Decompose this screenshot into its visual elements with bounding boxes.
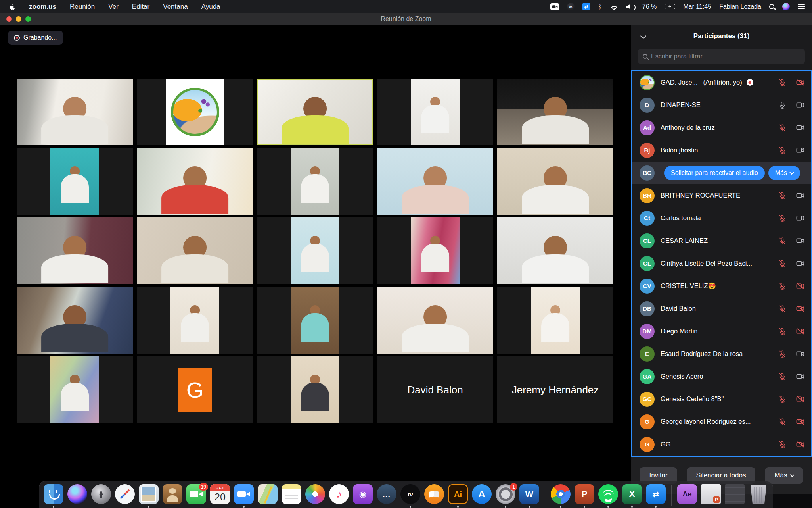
dock-item-illustrator[interactable]: Ai <box>448 484 468 508</box>
search-input[interactable] <box>651 53 800 60</box>
dock-item-photos[interactable] <box>305 484 326 508</box>
video-tile-22[interactable]: G <box>137 356 253 423</box>
participants-search[interactable] <box>638 49 805 64</box>
video-tile-3[interactable] <box>257 79 373 145</box>
participant-row[interactable]: GGeorge layonel Rodriguez es... <box>632 410 811 433</box>
dock-item-min-window-doc[interactable] <box>724 484 745 508</box>
dock-item-trash[interactable] <box>748 484 769 508</box>
request-unmute-button[interactable]: Solicitar para reactivar el audio <box>664 166 765 180</box>
wifi-icon[interactable] <box>610 4 619 10</box>
dock-item-maps[interactable] <box>257 484 278 508</box>
video-tile-1[interactable] <box>17 79 133 145</box>
video-tile-24[interactable]: David Balon <box>377 356 493 423</box>
footer-more-button[interactable]: Más <box>765 467 803 484</box>
participant-row[interactable]: GAD. Jose...(Anfitrión, yo) <box>632 71 811 94</box>
video-tile-17[interactable] <box>137 287 253 354</box>
camera-on-icon <box>796 259 805 268</box>
menubar-username[interactable]: Fabian Lozada <box>719 3 761 10</box>
dock-item-spotify[interactable] <box>598 484 619 508</box>
menu-editar[interactable]: Editar <box>132 3 149 11</box>
menu-ver[interactable]: Ver <box>108 3 119 11</box>
participant-row[interactable]: DMDiego Martin <box>632 320 811 343</box>
participant-row[interactable]: GGG <box>632 433 811 456</box>
video-tile-14[interactable] <box>377 217 493 284</box>
notification-center-icon[interactable] <box>798 4 805 10</box>
video-tile-13[interactable] <box>257 217 373 284</box>
dock-item-calendar[interactable]: OCT20 <box>210 484 230 508</box>
volume-icon[interactable] <box>626 4 634 10</box>
video-tile-15[interactable] <box>497 217 613 284</box>
video-tile-12[interactable] <box>137 217 253 284</box>
dock-item-zoom-app[interactable] <box>234 484 254 508</box>
dock-item-books[interactable] <box>424 484 444 508</box>
dock-item-ae-folder[interactable]: Ae <box>677 484 697 508</box>
participant-row[interactable]: GAGenesis Acero <box>632 365 811 388</box>
footer-more-label: Más <box>774 471 787 479</box>
dock-item-launchpad[interactable] <box>91 484 111 508</box>
video-tile-16[interactable] <box>17 287 133 354</box>
dock-item-facetime[interactable]: 19 <box>186 484 207 508</box>
participant-row[interactable]: BCSolicitar para reactivar el audioMás <box>632 162 811 184</box>
menu-ventana[interactable]: Ventana <box>163 3 188 11</box>
camera-status-icon[interactable] <box>550 3 559 10</box>
dock-item-podcasts[interactable]: ◉ <box>352 484 373 508</box>
video-tile-23[interactable] <box>257 356 373 423</box>
video-tile-20[interactable] <box>497 287 613 354</box>
video-tile-2[interactable] <box>137 79 253 145</box>
dock-item-finder[interactable] <box>43 484 64 508</box>
apple-menu-icon[interactable] <box>9 3 15 10</box>
video-tile-9[interactable] <box>377 148 493 215</box>
participant-row[interactable]: BRBRITHNEY ROCAFUERTE <box>632 184 811 207</box>
dock-item-excel[interactable]: X <box>622 484 642 508</box>
participant-row[interactable]: EEsaud Rodríguez De la rosa <box>632 343 811 365</box>
dock-item-appletv[interactable]: tv <box>400 484 421 508</box>
row-more-button[interactable]: Más <box>768 166 800 180</box>
dock-item-powerpoint[interactable]: P <box>574 484 595 508</box>
menu-zoomus[interactable]: zoom.us <box>29 3 56 11</box>
video-tile-6[interactable] <box>17 148 133 215</box>
siri-icon[interactable] <box>782 3 790 10</box>
video-tile-8[interactable] <box>257 148 373 215</box>
dock-item-mail[interactable] <box>138 484 159 508</box>
dock-item-notes[interactable] <box>281 484 302 508</box>
video-tile-5[interactable] <box>497 79 613 145</box>
dock-item-music[interactable]: ♪ <box>329 484 349 508</box>
video-tile-10[interactable] <box>497 148 613 215</box>
recording-badge[interactable]: Grabando... <box>8 31 63 45</box>
creative-cloud-icon[interactable]: ∞ <box>567 3 575 10</box>
spotlight-icon[interactable] <box>769 4 774 9</box>
participant-row[interactable]: DDINAPEN-SE <box>632 94 811 116</box>
menu-reunion[interactable]: Reunión <box>70 3 95 11</box>
participant-row[interactable]: BjBalón jhostin <box>632 139 811 162</box>
participant-row[interactable]: AdAnthony de la cruz <box>632 116 811 139</box>
menu-ayuda[interactable]: Ayuda <box>201 3 220 11</box>
participant-row[interactable]: CLCinthya Lisette Del Pezo Baci... <box>632 252 811 275</box>
dock-item-word[interactable]: W <box>519 484 540 508</box>
menubar-clock[interactable]: Mar 11:45 <box>683 3 711 10</box>
participant-row[interactable]: CtCarlos tomala <box>632 207 811 229</box>
participant-row[interactable]: CLCESAR LAINEZ <box>632 229 811 252</box>
dock-item-min-window-ppt[interactable] <box>701 484 721 508</box>
dock-item-chrome[interactable] <box>550 484 571 508</box>
video-tile-11[interactable] <box>17 217 133 284</box>
participant-row[interactable]: CVCRISTEL VELIZ😍 <box>632 275 811 297</box>
dock-item-appstore[interactable]: A <box>471 484 492 508</box>
dock-item-sysprefs[interactable]: 1 <box>495 484 516 508</box>
video-tile-18[interactable] <box>257 287 373 354</box>
collapse-panel-icon[interactable] <box>640 33 647 39</box>
dock-item-contacts[interactable] <box>162 484 183 508</box>
video-tile-7[interactable] <box>137 148 253 215</box>
video-tile-21[interactable] <box>17 356 133 423</box>
video-tile-19[interactable] <box>377 287 493 354</box>
teamviewer-status-icon[interactable]: ⇄ <box>582 3 590 10</box>
participant-row[interactable]: GCGenesis Cedeño 8"B" <box>632 388 811 410</box>
dock-item-siri-app[interactable] <box>67 484 88 508</box>
video-tile-25[interactable]: Jeremy Hernández <box>497 356 613 423</box>
dock-item-messages[interactable]: … <box>376 484 397 508</box>
battery-charging-icon[interactable] <box>665 4 675 9</box>
bluetooth-icon[interactable]: ᛒ <box>598 3 602 10</box>
participant-row[interactable]: DBDavid Balon <box>632 297 811 320</box>
dock-item-teamviewer-app[interactable]: ⇄ <box>645 484 666 508</box>
dock-item-safari[interactable] <box>115 484 135 508</box>
video-tile-4[interactable] <box>377 79 493 145</box>
